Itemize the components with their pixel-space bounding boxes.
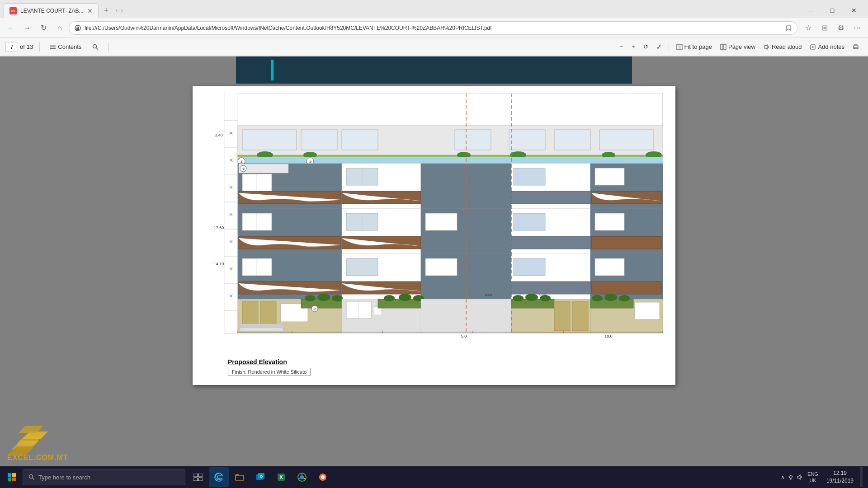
tab-close-button[interactable]: ✕ xyxy=(87,7,93,14)
taskbar-search-text: Type here to search xyxy=(38,474,90,481)
svg-rect-136 xyxy=(421,299,511,333)
svg-rect-130 xyxy=(378,299,421,308)
svg-point-146 xyxy=(592,295,603,301)
back-button[interactable]: ← xyxy=(4,21,18,35)
svg-text:PDF: PDF xyxy=(11,10,15,13)
svg-point-140 xyxy=(525,294,538,301)
zoom-in-button[interactable]: + xyxy=(628,42,639,52)
favorites-button[interactable]: ☆ xyxy=(801,21,816,35)
svg-rect-92 xyxy=(425,213,457,230)
new-tab-button[interactable]: + xyxy=(100,4,113,17)
tab-right-arrow[interactable]: › xyxy=(119,6,125,14)
pdf-right-tools: − + ↺ ⤢ Fit to page Page view Read xyxy=(616,42,863,52)
edge-taskbar-icon[interactable] xyxy=(209,467,229,487)
chrome-taskbar-icon[interactable] xyxy=(292,467,312,487)
bookmark-icon[interactable] xyxy=(785,25,792,31)
tray-expand-icon[interactable]: ∧ xyxy=(781,474,785,480)
svg-rect-95 xyxy=(511,236,590,249)
svg-point-184 xyxy=(300,475,304,479)
svg-point-123 xyxy=(305,295,316,301)
excel-logo-text: EXCEL.COM.MT xyxy=(7,454,68,462)
page-number-input[interactable] xyxy=(5,42,18,52)
drawing-title: Proposed Elevation xyxy=(228,358,287,366)
explorer-taskbar-icon[interactable] xyxy=(230,467,250,487)
collections-button[interactable]: ⊞ xyxy=(817,21,832,35)
browser-toolbar-icons: ☆ ⊞ ⚙ ⋯ xyxy=(801,21,864,35)
svg-text:5.0: 5.0 xyxy=(461,334,467,338)
taskview-button[interactable] xyxy=(188,467,208,487)
add-notes-button[interactable]: Add notes xyxy=(806,42,848,52)
pdf-header-banner xyxy=(236,56,632,84)
minimize-button[interactable]: — xyxy=(800,3,821,18)
svg-rect-170 xyxy=(8,478,11,481)
svg-rect-113 xyxy=(595,258,624,276)
outlook-taskbar-icon[interactable]: O xyxy=(250,467,270,487)
svg-rect-5 xyxy=(50,47,56,47)
page-of-label: of xyxy=(20,43,25,50)
read-aloud-label: Read aloud xyxy=(772,43,802,50)
show-desktop-button[interactable] xyxy=(860,467,863,487)
svg-rect-97 xyxy=(595,213,624,230)
svg-point-148 xyxy=(619,295,630,301)
fullscreen-button[interactable]: ⤢ xyxy=(653,42,665,52)
svg-text:①: ① xyxy=(240,160,243,164)
extensions-button[interactable]: ⚙ xyxy=(834,21,848,35)
svg-line-173 xyxy=(33,478,34,480)
svg-rect-12 xyxy=(724,44,726,50)
svg-rect-77 xyxy=(514,168,545,185)
clock-display[interactable]: 12:19 19/11/2019 xyxy=(823,469,857,486)
menu-button[interactable]: ⋯ xyxy=(850,21,864,35)
close-button[interactable]: ✕ xyxy=(844,3,864,18)
svg-rect-80 xyxy=(595,168,624,185)
svg-point-189 xyxy=(321,475,325,479)
address-bar[interactable]: file:///C:/Users/Godwin%20Darmanin/AppDa… xyxy=(69,21,797,35)
refresh-button[interactable]: ↻ xyxy=(36,21,51,35)
footer-note-text: Finish: Rendered in White Silicato xyxy=(232,369,307,375)
volume-icon xyxy=(797,474,803,480)
svg-rect-105 xyxy=(346,258,378,276)
svg-rect-175 xyxy=(198,474,203,477)
address-text: file:///C:/Users/Godwin%20Darmanin/AppDa… xyxy=(85,25,782,31)
excel-taskbar-icon[interactable]: X xyxy=(271,467,291,487)
language-indicator[interactable]: ENG UK xyxy=(805,470,821,485)
page-view-label: Page view xyxy=(728,43,755,50)
svg-text:X: X xyxy=(279,474,283,480)
excel-icon: X xyxy=(277,473,286,482)
language-code: ENG xyxy=(807,471,818,477)
tab-pdf-icon: PDF xyxy=(9,7,17,14)
banner-accent-line xyxy=(271,60,274,80)
fit-to-page-button[interactable]: Fit to page xyxy=(673,42,716,52)
svg-text:10.0: 10.0 xyxy=(604,334,613,338)
svg-marker-191 xyxy=(797,475,800,479)
taskbar-search-bar[interactable]: Type here to search xyxy=(23,469,185,485)
forward-button[interactable]: → xyxy=(20,21,34,35)
contents-button[interactable]: Contents xyxy=(46,42,85,52)
page-view-button[interactable]: Page view xyxy=(717,42,759,52)
svg-rect-143 xyxy=(572,301,588,331)
elevation-drawing-svg: 3.40 17.50 14.10 ✕ ✕ ✕ ✕ ✕ ✕ xyxy=(202,94,666,356)
page-info: of 13 xyxy=(5,42,33,52)
excel-homes-logo-corner: EXCEL.COM.MT xyxy=(7,413,68,462)
active-tab[interactable]: PDF LEVANTE COURT- ZAB... ✕ xyxy=(4,3,99,18)
window-controls: — □ ✕ xyxy=(800,3,864,18)
contents-label: Contents xyxy=(58,43,81,50)
search-pdf-icon xyxy=(92,44,99,50)
tab-scroll-arrows: ‹ › xyxy=(114,6,125,14)
svg-rect-111 xyxy=(511,282,590,294)
home-button[interactable]: ⌂ xyxy=(52,21,67,35)
edge-icon xyxy=(214,473,223,482)
print-button[interactable] xyxy=(849,42,863,52)
search-pdf-button[interactable] xyxy=(89,42,102,52)
maximize-button[interactable]: □ xyxy=(822,3,843,18)
zoom-out-button[interactable]: − xyxy=(616,42,627,52)
tab-left-arrow[interactable]: ‹ xyxy=(114,6,119,14)
rotate-button[interactable]: ↺ xyxy=(640,42,652,52)
start-button[interactable] xyxy=(2,467,22,487)
read-aloud-button[interactable]: Read aloud xyxy=(760,42,806,52)
svg-marker-13 xyxy=(764,45,768,49)
browser-toolbar: ← → ↻ ⌂ file:///C:/Users/Godwin%20Darman… xyxy=(0,18,868,38)
app6-taskbar-icon[interactable] xyxy=(313,467,333,487)
svg-text:✕: ✕ xyxy=(229,157,233,164)
svg-rect-128 xyxy=(346,301,371,319)
svg-rect-3 xyxy=(77,27,79,28)
